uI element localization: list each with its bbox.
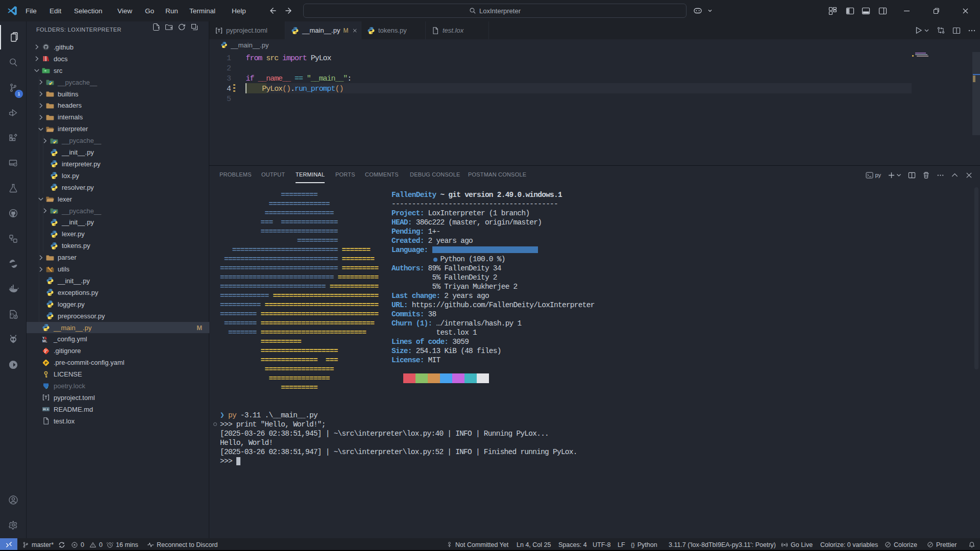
svg-text:ML: ML [42,339,47,343]
svg-text:P: P [45,361,48,365]
